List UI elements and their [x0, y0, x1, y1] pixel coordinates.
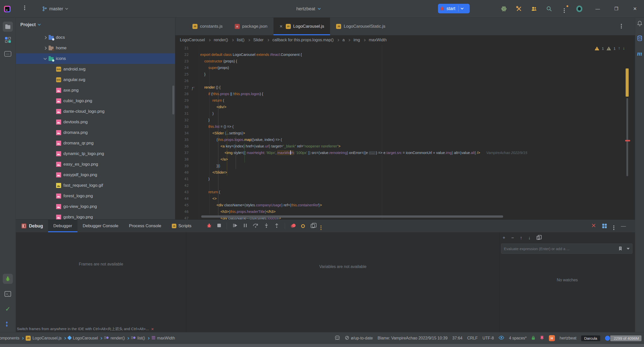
tree-item-home[interactable]: home: [16, 43, 175, 53]
tree-scrollbar[interactable]: [172, 86, 174, 114]
minimize-button[interactable]: —: [594, 6, 601, 12]
tree-item-cubic_logo.png[interactable]: cubic_logo.png: [16, 96, 175, 106]
status-crumb-maxWidth[interactable]: maxWidth: [151, 336, 175, 340]
inspections-widget[interactable]: ! 1 ! 1 ↑ ↓: [595, 46, 625, 51]
history-dropdown-icon[interactable]: [627, 248, 630, 250]
tree-item-android.svg[interactable]: SVGandroid.svg: [16, 64, 175, 74]
debug-start-button[interactable]: start: [438, 4, 470, 13]
breadcrumb-item[interactable]: maxWidth: [369, 38, 387, 42]
status-widget-CRLF[interactable]: CRLF: [467, 336, 478, 340]
database-tool-icon[interactable]: [637, 35, 642, 42]
hide-debug-panel-icon[interactable]: —: [621, 223, 626, 229]
tree-item-docs[interactable]: docs: [16, 32, 175, 43]
status-crumb-LogoCarousel.js[interactable]: JSLogoCarousel.js: [26, 336, 62, 341]
maven-tool-icon[interactable]: m: [637, 50, 642, 57]
tab-package.json[interactable]: npackage.json: [229, 18, 273, 35]
breadcrumb-item[interactable]: img: [353, 38, 360, 42]
profiler-icon[interactable]: [501, 6, 507, 12]
evaluate-expression-input[interactable]: Evaluate expression (Enter) or add a ...: [501, 244, 632, 254]
status-crumb-LogoCarousel[interactable]: LogoCarousel: [68, 336, 98, 340]
structure-tool-button[interactable]: [3, 35, 13, 45]
notifications-bell-icon[interactable]: [637, 21, 642, 27]
breadcrumb-item[interactable]: render(): [214, 38, 228, 42]
tools-icon[interactable]: [516, 6, 522, 12]
status-widget-UTF-8[interactable]: UTF-8: [482, 336, 494, 340]
status-widget[interactable]: [499, 336, 504, 341]
chevron-right-icon[interactable]: [44, 47, 47, 50]
terminal-tool-button[interactable]: >_: [3, 289, 13, 299]
move-watch-up-icon[interactable]: ↑: [520, 235, 522, 241]
view-breakpoints-icon[interactable]: [291, 224, 295, 228]
main-menu-icon[interactable]: [24, 6, 25, 7]
tree-item-axe.png[interactable]: axe.png: [16, 85, 175, 96]
close-button[interactable]: ✕: [631, 6, 638, 12]
debug-tool-button[interactable]: [3, 274, 13, 284]
commit-check-icon[interactable]: ✓: [3, 304, 13, 314]
status-widget-hertzbeat[interactable]: hertzbeat: [560, 336, 577, 340]
next-problem-icon[interactable]: ↑: [618, 46, 620, 51]
tree-item-devtools.png[interactable]: devtools.png: [16, 117, 175, 127]
git-tool-button[interactable]: [3, 319, 13, 329]
prev-problem-icon[interactable]: ↓: [623, 46, 625, 51]
tree-item-forest_logo.png[interactable]: forest_logo.png: [16, 191, 175, 201]
mute-breakpoints-icon[interactable]: [301, 224, 305, 228]
debug-panel-options-icon[interactable]: [613, 225, 614, 226]
remove-watch-icon[interactable]: −: [511, 235, 514, 241]
step-into-icon[interactable]: [264, 223, 269, 229]
tree-item-fast_request_logo.gif[interactable]: fast_request_logo.gif: [16, 180, 175, 191]
tree-item-go-view_logo.png[interactable]: go-view_logo.png: [16, 201, 175, 212]
status-crumb-list()[interactable]: list(): [131, 336, 145, 340]
code-editor[interactable]: 2122232425262728293031323334353637383940…: [175, 45, 635, 219]
layout-settings-icon[interactable]: [602, 224, 607, 228]
tree-item-dante-cloud_logo.png[interactable]: dante-cloud_logo.png: [16, 106, 175, 117]
status-crumb-omponents[interactable]: omponents: [0, 336, 19, 340]
tree-item-icons[interactable]: icons: [16, 53, 175, 64]
avatar[interactable]: [576, 6, 582, 12]
restore-layout-icon[interactable]: [311, 224, 315, 228]
tree-item-gobrs_logo.png[interactable]: gobrs_logo.png: [16, 212, 175, 219]
status-widget[interactable]: [532, 336, 535, 341]
search-icon[interactable]: [546, 6, 552, 12]
tree-item-easypdf_logo.png[interactable]: easypdf_logo.png: [16, 170, 175, 180]
bookmark-add-icon[interactable]: [619, 246, 622, 251]
status-widget-4[interactable]: 4 spaces*: [509, 336, 527, 340]
tab-constants.js[interactable]: JSconstants.js: [186, 18, 229, 35]
users-icon[interactable]: [531, 6, 537, 12]
breadcrumb-item[interactable]: list(): [237, 38, 245, 42]
step-over-icon[interactable]: [253, 223, 258, 229]
override-method-gutter-icon[interactable]: ƒ↑: [191, 84, 194, 91]
breadcrumb-item[interactable]: a: [342, 38, 345, 42]
dismiss-hint-icon[interactable]: ✕: [151, 327, 154, 331]
move-watch-down-icon[interactable]: ↓: [528, 235, 531, 241]
tree-item-easy_es_logo.png[interactable]: easy_es_logo.png: [16, 159, 175, 170]
breadcrumb-item[interactable]: Slider: [253, 38, 264, 42]
breadcrumb-item[interactable]: callback for this.props.logos.map(): [272, 38, 334, 42]
add-watch-icon[interactable]: +: [503, 235, 505, 241]
more-tool-windows-button[interactable]: ⋯: [3, 49, 13, 59]
memory-indicator[interactable]: 2299 of 4096M: [605, 335, 641, 341]
tab-LogoCarouselStatic.js[interactable]: JSLogoCarouselStatic.js: [330, 18, 391, 35]
debug-title[interactable]: Debug: [21, 220, 43, 232]
project-tool-button[interactable]: [3, 22, 13, 32]
more-menu-icon[interactable]: [561, 6, 567, 12]
debug-tab-process-console[interactable]: Process Console: [124, 220, 167, 232]
status-widget-Blame[interactable]: Blame: VampireAchao 2022/9/15 10:39: [378, 336, 448, 340]
tree-item-dromara.png[interactable]: dromara.png: [16, 127, 175, 138]
close-debug-icon[interactable]: [592, 223, 596, 228]
tab-options-icon[interactable]: [621, 24, 622, 25]
tab-LogoCarousel.js[interactable]: ✕JSLogoCarousel.js: [273, 18, 330, 35]
status-widget-up-to-date[interactable]: ø/up-to-date: [345, 336, 373, 341]
breadcrumb-item[interactable]: LogoCarousel: [180, 38, 205, 42]
debug-tab-debugger-console[interactable]: Debugger Console: [77, 220, 124, 232]
debug-tab-debugger[interactable]: Debugger: [48, 220, 77, 232]
tree-item-angular.svg[interactable]: SVGangular.svg: [16, 74, 175, 85]
close-tab-icon[interactable]: ✕: [279, 24, 283, 29]
editor-scrollbar[interactable]: [626, 98, 628, 176]
status-widget[interactable]: H: [549, 335, 555, 341]
status-widget[interactable]: [335, 335, 340, 341]
git-branch-widget[interactable]: master: [42, 0, 68, 18]
status-crumb-render()[interactable]: render(): [104, 336, 125, 340]
theme-widget[interactable]: Darcula: [581, 335, 600, 341]
project-panel-header[interactable]: Project: [20, 18, 40, 32]
debug-tab-scripts[interactable]: JSScripts: [167, 220, 197, 232]
